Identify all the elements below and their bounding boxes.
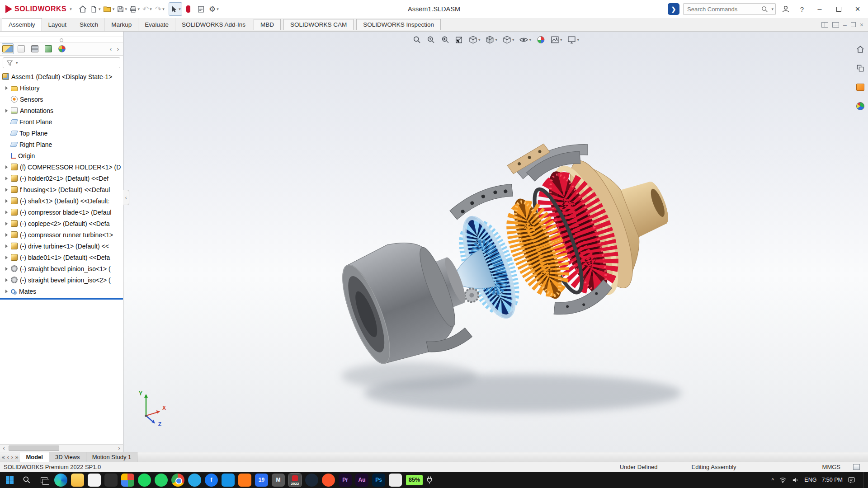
- zoom-to-fit-button[interactable]: [411, 34, 422, 46]
- tree-item[interactable]: (-) drive turbine<1> (Default) <<: [0, 240, 123, 252]
- apply-scene-button[interactable]: ▾: [549, 34, 563, 46]
- taskbar-app-file-explorer[interactable]: [71, 474, 84, 487]
- open-button[interactable]: ▾: [102, 2, 116, 16]
- tab-sketch[interactable]: Sketch: [73, 18, 105, 31]
- tab-display-manager[interactable]: [56, 43, 68, 54]
- first-tab-button[interactable]: «: [2, 454, 5, 460]
- tree-item[interactable]: (-) compressor blade<1> (Defaul: [0, 206, 123, 218]
- panel-splitter-top[interactable]: [0, 32, 123, 37]
- home-tab-button[interactable]: [854, 43, 867, 55]
- caret-icon[interactable]: ▾: [577, 38, 580, 42]
- clock[interactable]: 7:50 PM: [821, 477, 843, 483]
- tree-item[interactable]: f housing<1> (Default) <<Defaul: [0, 184, 123, 195]
- language-indicator[interactable]: ENG: [804, 477, 816, 483]
- expand-arrow-icon[interactable]: [4, 199, 10, 203]
- tree-item[interactable]: Sensors: [0, 94, 123, 105]
- scroll-right-arrow[interactable]: ›: [115, 445, 123, 452]
- taskbar-app-photoshop[interactable]: Ps: [372, 474, 385, 487]
- tab-markup[interactable]: Markup: [105, 18, 138, 31]
- doc-restore-button[interactable]: [851, 22, 856, 27]
- tree-item[interactable]: Origin: [0, 150, 123, 161]
- design-binder-button[interactable]: [195, 2, 208, 16]
- tab-dimxpert-manager[interactable]: [42, 43, 54, 54]
- tab-solidworks-inspection[interactable]: SOLIDWORKS Inspection: [356, 19, 441, 30]
- search-icon[interactable]: [761, 5, 769, 13]
- rollback-bar[interactable]: [0, 298, 123, 300]
- taskbar-app-terminal[interactable]: [104, 474, 118, 487]
- filter-caret-icon[interactable]: ▾: [16, 61, 18, 65]
- status-options-icon[interactable]: [853, 464, 860, 470]
- expand-arrow-icon[interactable]: [4, 109, 10, 113]
- search-commands-input[interactable]: [687, 6, 759, 13]
- doc-minimize-button[interactable]: –: [843, 21, 847, 28]
- tree-item[interactable]: Front Plane: [0, 116, 123, 127]
- tab-evaluate[interactable]: Evaluate: [138, 18, 175, 31]
- tree-item[interactable]: Annotations: [0, 105, 123, 116]
- expand-arrow-icon[interactable]: [4, 267, 10, 271]
- notifications-icon[interactable]: [848, 476, 855, 484]
- caret-icon[interactable]: ▾: [99, 7, 101, 11]
- view-settings-button[interactable]: ▾: [566, 34, 580, 46]
- doc-split-horizontal-icon[interactable]: [832, 22, 839, 28]
- expand-arrow-icon[interactable]: [4, 256, 10, 259]
- design-library-button[interactable]: [854, 62, 867, 74]
- taskbar-app-office[interactable]: [121, 474, 134, 487]
- hide-show-items-button[interactable]: ▾: [519, 34, 533, 46]
- expand-arrow-icon[interactable]: [4, 177, 10, 180]
- taskbar-app-solidworks-2022[interactable]: 2022: [288, 474, 302, 487]
- panel-splitter-handle[interactable]: [0, 37, 123, 42]
- doc-split-vertical-icon[interactable]: [821, 22, 828, 28]
- tab-solidworks-addins[interactable]: SOLIDWORKS Add-Ins: [175, 18, 252, 31]
- taskbar-app-audition[interactable]: Au: [355, 474, 368, 487]
- 3d-drawing-view-button[interactable]: ▾: [467, 34, 481, 46]
- tree-item[interactable]: (-) blade01<1> (Default) <<Defa: [0, 252, 123, 263]
- wifi-icon[interactable]: [779, 476, 787, 484]
- select-tool-button[interactable]: ▾: [169, 2, 182, 16]
- caret-icon[interactable]: ▾: [478, 38, 481, 42]
- caret-icon[interactable]: ▾: [529, 38, 532, 42]
- tree-item[interactable]: Top Plane: [0, 127, 123, 139]
- panel-collapse-handle[interactable]: ‹: [123, 190, 129, 205]
- tree-item[interactable]: History: [0, 82, 123, 94]
- caret-icon[interactable]: ▾: [495, 38, 497, 42]
- zoom-to-area-button[interactable]: [425, 34, 436, 46]
- tree-item[interactable]: Mates: [0, 286, 123, 297]
- usb-plug-icon[interactable]: [425, 475, 434, 484]
- 3dexperience-search-button[interactable]: ❯: [668, 3, 679, 15]
- taskbar-app-telegram[interactable]: [188, 474, 201, 487]
- prev-tab-button[interactable]: ‹: [7, 454, 9, 460]
- taskbar-app-premiere[interactable]: Pr: [339, 474, 352, 487]
- taskbar-app-edge[interactable]: [54, 474, 67, 487]
- tab-feature-tree[interactable]: [2, 43, 14, 54]
- tree-item[interactable]: (-) compressor runner turbine<1>: [0, 229, 123, 240]
- scrollbar-thumb[interactable]: [9, 446, 59, 451]
- expand-arrow-icon[interactable]: [4, 278, 10, 282]
- caret-icon[interactable]: ▾: [125, 7, 127, 11]
- search-commands-box[interactable]: ▾: [683, 3, 776, 15]
- tree-item[interactable]: (-) straight bevel pinion_iso<2> (: [0, 274, 123, 286]
- scroll-left-arrow[interactable]: ‹: [0, 445, 8, 452]
- taskbar-app-mail[interactable]: [222, 474, 235, 487]
- edit-appearance-button[interactable]: [535, 34, 546, 46]
- taskbar-app-spotify[interactable]: [138, 474, 151, 487]
- home-button[interactable]: [76, 2, 89, 16]
- tab-model[interactable]: Model: [20, 452, 49, 462]
- caret-icon[interactable]: ▾: [512, 38, 514, 42]
- taskbar-app-chrome[interactable]: [171, 474, 184, 487]
- tree-item[interactable]: (f) COMPRESSOR HOLDER<1> (D: [0, 161, 123, 173]
- tab-solidworks-cam[interactable]: SOLIDWORKS CAM: [283, 19, 354, 30]
- panel-tabs-scroll-right[interactable]: ›: [115, 46, 121, 52]
- expand-arrow-icon[interactable]: [4, 290, 10, 293]
- account-button[interactable]: [779, 2, 792, 16]
- taskbar-app-facebook[interactable]: f: [205, 474, 218, 487]
- tab-property-manager[interactable]: [15, 43, 27, 54]
- volume-icon[interactable]: [792, 476, 799, 484]
- caret-icon[interactable]: ▾: [560, 38, 562, 42]
- taskbar-app-whatsapp[interactable]: [155, 474, 168, 487]
- tab-mbd[interactable]: MBD: [254, 19, 281, 30]
- undo-button[interactable]: ↶▾: [141, 2, 153, 16]
- doc-close-button[interactable]: ×: [860, 21, 863, 28]
- expand-arrow-icon[interactable]: [4, 86, 10, 90]
- minimize-button[interactable]: –: [812, 2, 827, 16]
- tab-assembly[interactable]: Assembly: [2, 18, 42, 31]
